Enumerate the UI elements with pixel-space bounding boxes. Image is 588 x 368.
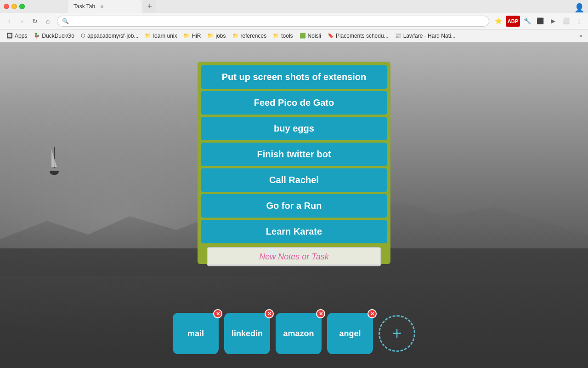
- app-linkedin[interactable]: ✕ linkedin: [224, 313, 270, 354]
- extension-icon-2[interactable]: ⬛: [535, 16, 546, 27]
- search-icon: 🔍: [62, 18, 69, 24]
- github-icon: ⬡: [81, 33, 85, 39]
- new-tab-button[interactable]: +: [143, 0, 156, 13]
- lawfare-icon: 📰: [395, 33, 401, 39]
- task-button-0[interactable]: Put up screen shots of extension: [201, 65, 387, 89]
- bookmark-appacademy-label: appacademy/sf-job...: [87, 33, 138, 39]
- bookmark-learnunix[interactable]: 📁 learn unix: [142, 32, 180, 40]
- duckduckgo-icon: 🦆: [34, 33, 40, 39]
- tab-close-button[interactable]: ✕: [99, 3, 105, 10]
- bookmark-tools-label: tools: [281, 33, 293, 39]
- bookmark-lawfare-label: Lawfare - Hard Nati...: [403, 33, 456, 39]
- task-button-6[interactable]: Learn Karate: [201, 220, 387, 243]
- app-shortcuts: ✕ mail ✕ linkedin ✕ amazon ✕ angel +: [173, 313, 415, 354]
- bookmark-lawfare[interactable]: 📰 Lawfare - Hard Nati...: [392, 32, 458, 40]
- bookmark-apps[interactable]: 🔲 Apps: [4, 32, 30, 40]
- tab-bar: Task Tab ✕ +: [64, 0, 160, 13]
- bookmark-icon-1: 🔖: [328, 33, 334, 39]
- bookmark-tools[interactable]: 📁 tools: [270, 32, 295, 40]
- main-content: Put up screen shots of extension Feed Pi…: [0, 42, 588, 368]
- bookmark-placements-label: Placements schedu...: [336, 33, 389, 39]
- bookmark-noisli[interactable]: 🟩 Noisli: [297, 32, 324, 40]
- app-mail-close-button[interactable]: ✕: [213, 309, 222, 318]
- browser-chrome: Task Tab ✕ + 👤 ‹ › ↻ ⌂ 🔍 ⭐ ABP 🔧 ⬛ ▶ ⬜ ⋮…: [0, 0, 588, 42]
- app-linkedin-close-button[interactable]: ✕: [265, 309, 274, 318]
- bookmark-placements[interactable]: 🔖 Placements schedu...: [325, 32, 391, 40]
- folder-icon-5: 📁: [273, 33, 279, 39]
- task-button-3[interactable]: Finish twitter bot: [201, 143, 387, 166]
- app-angel-close-button[interactable]: ✕: [368, 309, 377, 318]
- user-icon[interactable]: 👤: [574, 3, 584, 13]
- bookmark-appacademy[interactable]: ⬡ appacademy/sf-job...: [78, 32, 141, 40]
- apps-icon: 🔲: [6, 33, 13, 39]
- folder-icon-4: 📁: [232, 33, 239, 39]
- bookmarks-overflow-button[interactable]: »: [577, 31, 584, 40]
- new-task-placeholder: New Notes or Task: [259, 252, 328, 262]
- task-container: Put up screen shots of extension Feed Pi…: [198, 62, 390, 264]
- bookmark-duckduckgo[interactable]: 🦆 DuckDuckGo: [31, 32, 77, 40]
- folder-icon-3: 📁: [207, 33, 214, 39]
- app-amazon-close-button[interactable]: ✕: [316, 309, 325, 318]
- app-linkedin-label: linkedin: [232, 329, 263, 339]
- task-button-1[interactable]: Feed Pico de Gato: [201, 91, 387, 115]
- task-button-2[interactable]: buy eggs: [201, 117, 387, 140]
- add-app-button[interactable]: +: [379, 315, 415, 352]
- active-tab[interactable]: Task Tab ✕: [68, 0, 141, 13]
- traffic-lights: [4, 4, 25, 9]
- youtube-icon[interactable]: ▶: [548, 16, 559, 27]
- bookmarks-bar: 🔲 Apps 🦆 DuckDuckGo ⬡ appacademy/sf-job.…: [0, 29, 588, 42]
- extension-icon-3[interactable]: ⬜: [560, 16, 571, 27]
- bookmark-noisli-label: Noisli: [308, 33, 321, 39]
- bookmark-star-icon[interactable]: ⭐: [493, 16, 504, 27]
- menu-icon[interactable]: ⋮: [573, 16, 584, 27]
- app-angel-label: angel: [339, 329, 361, 339]
- app-mail-label: mail: [187, 329, 204, 339]
- app-mail[interactable]: ✕ mail: [173, 313, 219, 354]
- folder-icon-1: 📁: [145, 33, 151, 39]
- bookmark-hir-label: HiR: [192, 33, 201, 39]
- fullscreen-button[interactable]: [19, 4, 25, 9]
- close-button[interactable]: [4, 4, 9, 9]
- bookmark-references-label: references: [241, 33, 267, 39]
- task-button-4[interactable]: Call Rachel: [201, 168, 387, 192]
- home-button[interactable]: ⌂: [42, 16, 53, 27]
- nav-icons: ⭐ ABP 🔧 ⬛ ▶ ⬜ ⋮: [493, 16, 584, 27]
- adblock-icon[interactable]: ABP: [506, 16, 520, 27]
- address-bar[interactable]: 🔍: [57, 16, 489, 27]
- refresh-button[interactable]: ↻: [29, 16, 40, 27]
- app-amazon[interactable]: ✕ amazon: [276, 313, 322, 354]
- task-button-5[interactable]: Go for a Run: [201, 194, 387, 218]
- extension-icon-1[interactable]: 🔧: [522, 16, 533, 27]
- title-bar: Task Tab ✕ + 👤: [0, 0, 588, 13]
- bookmark-hir[interactable]: 📁 HiR: [181, 32, 204, 40]
- folder-icon-2: 📁: [183, 33, 190, 39]
- back-button[interactable]: ‹: [4, 16, 15, 27]
- app-amazon-label: amazon: [283, 329, 314, 339]
- forward-button[interactable]: ›: [17, 16, 28, 27]
- tab-title: Task Tab: [74, 3, 95, 10]
- bookmark-jobs-label: jobs: [215, 33, 226, 39]
- new-task-input[interactable]: New Notes or Task: [207, 247, 381, 266]
- bookmark-learnunix-label: learn unix: [153, 33, 177, 39]
- bookmark-apps-label: Apps: [15, 33, 27, 39]
- app-angel[interactable]: ✕ angel: [327, 313, 373, 354]
- minimize-button[interactable]: [11, 4, 17, 9]
- bookmark-jobs[interactable]: 📁 jobs: [204, 32, 228, 40]
- noisli-icon: 🟩: [300, 33, 306, 39]
- bookmark-references[interactable]: 📁 references: [230, 32, 270, 40]
- bookmark-duckduckgo-label: DuckDuckGo: [42, 33, 74, 39]
- nav-bar: ‹ › ↻ ⌂ 🔍 ⭐ ABP 🔧 ⬛ ▶ ⬜ ⋮: [0, 13, 588, 29]
